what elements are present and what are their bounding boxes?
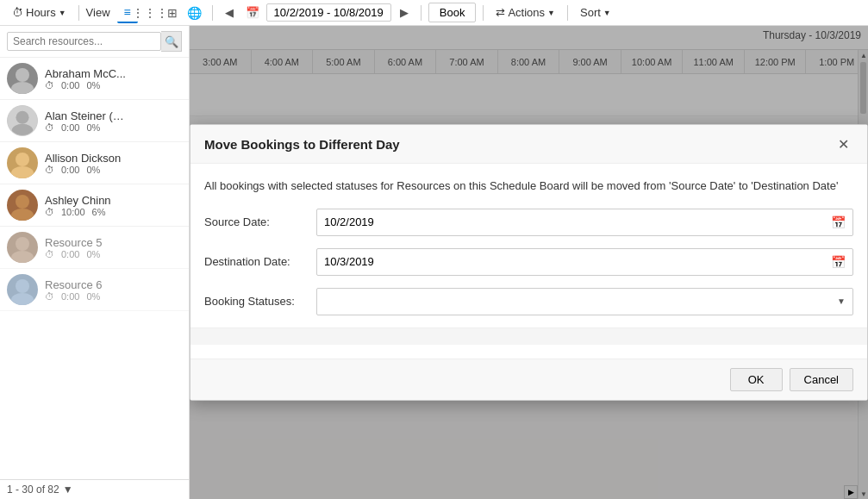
toolbar: ⏱ Hours ▼ View ≡ ⋮⋮⋮ ⊞ 🌐 ◀ 📅 10/2/2019 -… — [0, 0, 868, 26]
source-date-row: Source Date: 📅 — [204, 209, 853, 236]
svg-point-8 — [16, 237, 29, 251]
date-range-display: 10/2/2019 - 10/8/2019 — [266, 3, 391, 22]
sort-caret-icon: ▼ — [603, 9, 611, 17]
destination-date-input[interactable] — [324, 255, 831, 268]
avatar — [7, 274, 38, 305]
search-bar: 🔍 — [0, 26, 189, 58]
resource-info: Allison Dickson ⏱ 0:00 0% — [45, 152, 182, 175]
avatar — [7, 63, 38, 94]
pagination-expand-icon[interactable]: ▼ — [63, 483, 73, 496]
list-item[interactable]: Resource 5 ⏱ 0:00 0% — [0, 227, 189, 269]
resource-list: Abraham McC... ⏱ 0:00 0% Alan Steiner (… — [0, 58, 189, 479]
booking-statuses-select[interactable]: ▼ — [316, 288, 853, 315]
search-input[interactable] — [7, 32, 161, 51]
main-layout: 🔍 Abraham McC... ⏱ 0:00 0% — [0, 26, 868, 499]
svg-point-0 — [16, 68, 29, 82]
list-item[interactable]: Allison Dickson ⏱ 0:00 0% — [0, 142, 189, 184]
resource-time: 10:00 — [61, 207, 85, 217]
date-navigation: ◀ 📅 10/2/2019 - 10/8/2019 ▶ — [220, 3, 414, 23]
clock-icon: ⏱ — [12, 6, 23, 19]
resource-time: 0:00 — [61, 249, 79, 259]
source-date-input[interactable] — [324, 215, 831, 228]
search-button[interactable]: 🔍 — [161, 31, 182, 52]
calendar-icon[interactable]: 📅 — [242, 3, 263, 23]
calendar-icon[interactable]: 📅 — [831, 255, 846, 269]
time-icon: ⏱ — [45, 80, 54, 90]
resource-time: 0:00 — [61, 122, 79, 133]
actions-icon: ⇄ — [496, 6, 505, 19]
actions-button[interactable]: ⇄ Actions ▼ — [490, 4, 560, 21]
schedule-area: Thursday - 10/3/2019 3:00 AM 4:00 AM 5:0… — [190, 26, 868, 499]
next-arrow[interactable]: ▶ — [395, 3, 414, 22]
destination-date-label: Destination Date: — [204, 255, 316, 268]
svg-point-5 — [11, 166, 34, 178]
svg-point-9 — [11, 251, 34, 263]
actions-label: Actions — [508, 6, 545, 19]
svg-point-7 — [11, 209, 34, 221]
destination-date-field: 📅 — [316, 248, 853, 276]
svg-point-11 — [11, 293, 34, 305]
cancel-button[interactable]: Cancel — [790, 368, 853, 391]
separator-4 — [483, 5, 484, 21]
resource-info: Ashley Chinn ⏱ 10:00 6% — [45, 194, 182, 217]
resource-percent: 0% — [86, 80, 100, 90]
source-date-field: 📅 — [316, 209, 853, 236]
modal-title: Move Bookings to Different Day — [204, 137, 400, 152]
avatar — [7, 105, 38, 136]
time-icon: ⏱ — [45, 165, 54, 175]
resource-name: Abraham McC... — [45, 67, 182, 80]
resource-time: 0:00 — [61, 80, 79, 90]
resource-meta: ⏱ 10:00 6% — [45, 207, 182, 217]
resource-percent: 6% — [92, 207, 106, 217]
resource-info: Abraham McC... ⏱ 0:00 0% — [45, 67, 182, 90]
ok-button[interactable]: OK — [730, 368, 783, 391]
sort-label: Sort — [580, 6, 601, 19]
hours-caret-icon: ▼ — [59, 9, 66, 17]
resource-percent: 0% — [86, 165, 100, 175]
resource-percent: 0% — [86, 291, 100, 302]
avatar — [7, 190, 38, 221]
list-item[interactable]: Abraham McC... ⏱ 0:00 0% — [0, 58, 189, 100]
list-item[interactable]: Resource 6 ⏱ 0:00 0% — [0, 269, 189, 311]
time-icon: ⏱ — [45, 207, 54, 217]
modal-description: All bookings with selected statuses for … — [204, 178, 853, 195]
svg-point-6 — [16, 195, 29, 209]
resource-meta: ⏱ 0:00 0% — [45, 249, 182, 259]
list-item[interactable]: Ashley Chinn ⏱ 10:00 6% — [0, 184, 189, 227]
modal-footer: OK Cancel — [190, 359, 867, 400]
resource-meta: ⏱ 0:00 0% — [45, 291, 182, 302]
separator-5 — [567, 5, 568, 21]
resource-info: Resource 6 ⏱ 0:00 0% — [45, 278, 182, 302]
sort-button[interactable]: Sort ▼ — [575, 4, 616, 21]
hours-button[interactable]: ⏱ Hours ▼ — [7, 4, 72, 21]
resource-name: Ashley Chinn — [45, 194, 182, 207]
booking-statuses-label: Booking Statuses: — [204, 295, 316, 308]
modal-dialog: Move Bookings to Different Day ✕ All boo… — [190, 124, 868, 401]
modal-body: All bookings with selected statuses for … — [190, 164, 867, 359]
list-item[interactable]: Alan Steiner (… ⏱ 0:00 0% — [0, 100, 189, 142]
grid-view-icon[interactable]: ⊞ — [162, 3, 183, 23]
resource-meta: ⏱ 0:00 0% — [45, 122, 182, 133]
svg-point-10 — [16, 279, 29, 293]
resource-name: Resource 6 — [45, 278, 182, 291]
prev-arrow[interactable]: ◀ — [220, 3, 239, 22]
chart-view-icon[interactable]: ⋮⋮⋮ — [140, 3, 160, 23]
modal-header: Move Bookings to Different Day ✕ — [190, 125, 867, 164]
modal-close-button[interactable]: ✕ — [833, 134, 853, 154]
separator-1 — [78, 5, 79, 21]
time-icon: ⏱ — [45, 249, 54, 259]
resource-percent: 0% — [86, 122, 100, 133]
separator-2 — [212, 5, 213, 21]
svg-point-2 — [16, 111, 28, 124]
avatar — [7, 147, 38, 178]
resource-meta: ⏱ 0:00 0% — [45, 165, 182, 175]
destination-date-row: Destination Date: 📅 — [204, 248, 853, 276]
globe-view-icon[interactable]: 🌐 — [184, 3, 205, 23]
separator-3 — [421, 5, 422, 21]
calendar-icon[interactable]: 📅 — [831, 215, 846, 229]
source-date-label: Source Date: — [204, 215, 316, 228]
pagination: 1 - 30 of 82 ▼ — [0, 479, 189, 499]
book-button[interactable]: Book — [428, 3, 477, 22]
modal-overlay: Move Bookings to Different Day ✕ All boo… — [190, 26, 868, 499]
view-label: View — [86, 6, 110, 19]
